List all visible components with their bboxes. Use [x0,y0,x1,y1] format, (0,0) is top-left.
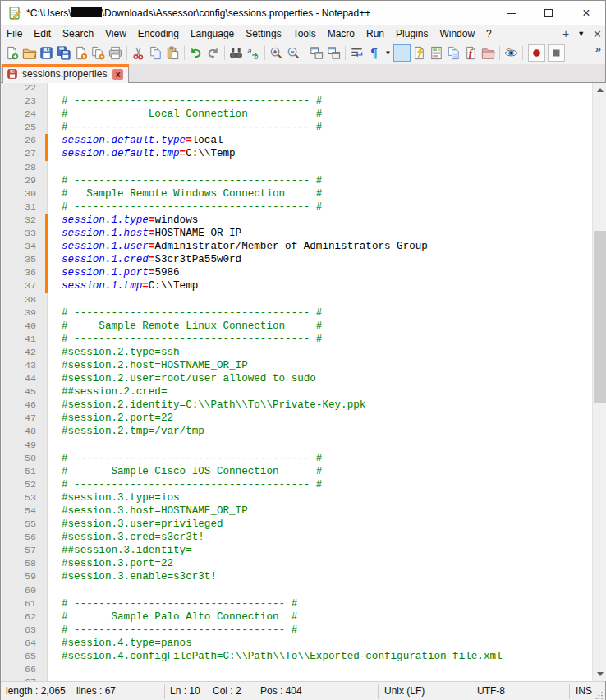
editor-line[interactable]: 37session.1.tmp=C:\\Temp [2,279,592,292]
resize-grip[interactable] [595,691,604,699]
editor-line[interactable]: 50# ------------------------------------… [2,452,592,465]
save-all-icon[interactable] [55,44,72,62]
vertical-scrollbar[interactable] [592,83,606,681]
print-icon[interactable] [107,44,124,62]
record-macro-icon[interactable] [528,44,545,62]
indent-guide-icon[interactable] [393,44,411,62]
sync-vertical-icon[interactable] [308,44,325,62]
editor-line[interactable]: 66 [2,663,592,676]
editor-area[interactable]: 2223# ----------------------------------… [2,83,606,681]
document-list-icon[interactable] [445,44,462,62]
scroll-down-arrow[interactable] [593,667,606,681]
tab-list-dropdown[interactable]: ▼ [577,30,585,38]
redo-icon[interactable] [204,44,222,62]
editor-line[interactable]: 46#session.2.identity=C:\\Path\\To\\Priv… [2,398,592,412]
status-insert-mode[interactable]: INS [576,682,592,700]
zoom-in-icon[interactable] [268,44,285,62]
editor-line[interactable]: 23# ------------------------------------… [2,94,592,108]
editor-line[interactable]: 44#session.2.user=root/user allowed to s… [2,372,592,385]
editor-line[interactable]: 62# Sample Palo Alto Connection # [2,610,592,624]
editor-line[interactable]: 65#session.4.configFilePath=C:\\Path\\To… [2,650,592,663]
editor-line[interactable]: 55#session.3.user=privileged [2,518,592,531]
sync-horizontal-icon[interactable] [325,44,342,62]
editor-line[interactable]: 30# Sample Remote Windows Connection # [2,187,592,200]
close-tab-button[interactable]: ✕ [593,28,602,40]
close-window-button[interactable]: × [567,1,605,25]
menu-item-file[interactable]: File [1,25,28,42]
editor-line[interactable]: 48#session.2.tmp=/var/tmp [2,425,592,438]
scrollbar-thumb[interactable] [594,231,606,403]
editor-line[interactable]: 29# ------------------------------------… [2,174,592,187]
menu-item-search[interactable]: Search [57,25,99,42]
menu-item-settings[interactable]: Settings [240,25,287,42]
editor-line[interactable]: 40# Sample Remote Linux Connection # [2,320,592,333]
menu-item-encoding[interactable]: Encoding [132,25,185,42]
editor-line[interactable]: 64#session.4.type=panos [2,637,592,650]
open-file-icon[interactable] [21,44,38,62]
editor-line[interactable]: 32session.1.type=windows [2,214,592,227]
close-file-icon[interactable] [72,44,90,62]
editor-line[interactable]: 47#session.2.port=22 [2,412,592,425]
toolbar-overflow-chevron[interactable]: » [595,43,601,55]
editor-line[interactable]: 57##session.3.identity= [2,544,592,557]
menu-item-tools[interactable]: Tools [287,25,322,42]
editor-line[interactable]: 63# ---------------------------------- # [2,624,592,637]
editor-line[interactable]: 28 [2,161,592,174]
udl-dialog-icon[interactable] [411,44,428,62]
folder-as-workspace-icon[interactable] [480,44,497,62]
close-all-icon[interactable] [90,44,107,62]
symbol-dropdown-icon[interactable]: ▼ [383,44,393,62]
word-wrap-icon[interactable] [348,44,365,62]
maximize-button[interactable] [530,1,567,25]
find-icon[interactable] [227,44,245,62]
status-eol-format[interactable]: Unix (LF) [384,682,425,700]
save-icon[interactable] [38,44,55,62]
replace-icon[interactable]: ab [245,44,262,62]
editor-line[interactable]: 24# Local Connection # [2,108,592,121]
editor-line[interactable]: 45##session.2.cred= [2,385,592,398]
new-file-icon[interactable] [3,44,21,62]
editor-line[interactable]: 56#session.3.cred=s3cr3t! [2,531,592,544]
menu-item-plugins[interactable]: Plugins [390,25,434,42]
editor-line[interactable]: 26session.default.type=local [2,134,592,147]
menu-item-window[interactable]: Window [434,25,480,42]
undo-icon[interactable] [187,44,204,62]
menu-item-help[interactable]: ? [480,25,498,42]
editor-line[interactable]: 59#session.3.enable=s3cr3t! [2,570,592,583]
stop-macro-icon[interactable] [548,44,565,62]
menu-item-language[interactable]: Language [185,25,240,42]
editor-line[interactable]: 38 [2,293,592,306]
show-all-characters-icon[interactable]: ¶ [365,44,383,62]
editor-line[interactable]: 43#session.2.host=HOSTNAME_OR_IP [2,359,592,372]
editor-line[interactable]: 35session.1.cred=S3cr3tPa55w0rd [2,253,592,266]
menu-item-macro[interactable]: Macro [322,25,360,42]
editor-line[interactable]: 49 [2,439,592,452]
monitoring-icon[interactable] [503,44,520,62]
editor-line[interactable]: 51# Sample Cisco IOS Connection # [2,465,592,478]
editor-line[interactable]: 52# ------------------------------------… [2,478,592,491]
tab-sessions-properties[interactable]: sessions.properties x [2,64,129,83]
status-encoding[interactable]: UTF-8 [477,682,505,700]
editor-line[interactable]: 33session.1.host=HOSTNAME_OR_IP [2,227,592,240]
editor-line[interactable]: 54#session.3.host=HOSTNAME_OR_IP [2,504,592,518]
menu-item-view[interactable]: View [99,25,132,42]
copy-icon[interactable] [147,44,164,62]
editor-line[interactable]: 41# ------------------------------------… [2,333,592,346]
editor-line[interactable]: 36session.1.port=5986 [2,266,592,279]
document-map-icon[interactable] [428,44,445,62]
editor-line[interactable]: 22 [2,83,592,94]
tab-close-button[interactable]: x [112,69,123,80]
editor-line[interactable]: 60 [2,584,592,597]
menu-item-edit[interactable]: Edit [28,25,57,42]
menu-item-run[interactable]: Run [360,25,390,42]
editor-line[interactable]: 25# ------------------------------------… [2,121,592,134]
editor-line[interactable]: 34session.1.user=Administrator/Member of… [2,240,592,253]
editor-line[interactable]: 58#session.3.port=22 [2,557,592,570]
editor-line[interactable]: 27session.default.tmp=C:\\Temp [2,147,592,160]
minimize-button[interactable] [492,1,530,25]
scroll-up-arrow[interactable] [593,83,606,97]
cut-icon[interactable] [130,44,147,62]
function-list-icon[interactable]: f [462,44,480,62]
zoom-out-icon[interactable] [285,44,302,62]
editor-line[interactable]: 53#session.3.type=ios [2,491,592,504]
